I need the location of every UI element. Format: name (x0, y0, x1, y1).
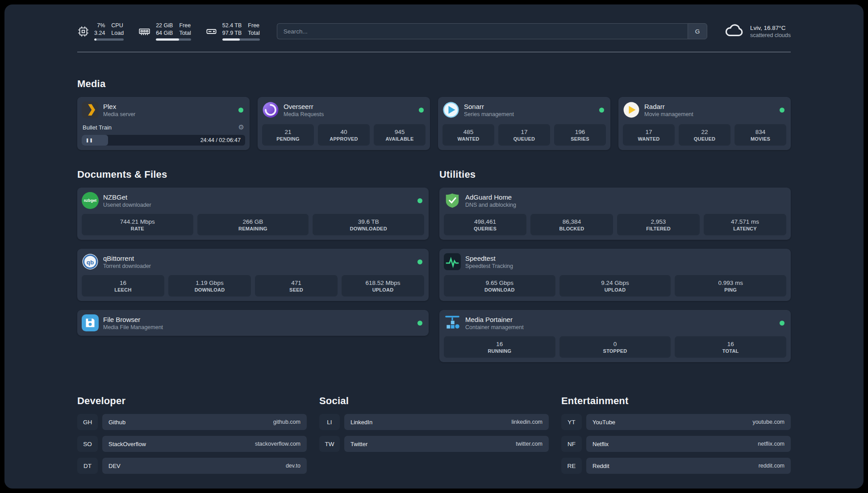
memory-progress (156, 38, 191, 41)
cpu-icon (77, 25, 89, 38)
bookmark-dev[interactable]: DT DEV dev.to (77, 458, 307, 474)
radarr-icon (623, 101, 640, 118)
service-name: Media Portainer (465, 316, 524, 323)
stat-queued: 22 QUEUED (679, 124, 730, 146)
adguard-shield-icon (444, 192, 461, 209)
stat-value: 498,461 (474, 218, 496, 225)
search-input[interactable] (277, 23, 688, 39)
service-name: Speedtest (465, 255, 513, 262)
bookmark-stackoverflow[interactable]: SO StackOverflow stackoverflow.com (77, 436, 307, 452)
stat-downloaded: 39.6 TB DOWNLOADED (313, 214, 424, 235)
section-utilities: Utilities AdGuard Home DNS and adblockin… (439, 169, 791, 362)
service-desc: Torrent downloader (103, 263, 151, 269)
stat-filtered: 2,953 FILTERED (617, 214, 700, 235)
resource-disk: 52.4 TB 97.9 TB Free Total (205, 22, 260, 41)
service-plex[interactable]: Plex Media server (82, 101, 245, 118)
resource-widgets: 7% 3.24 CPU Load (77, 22, 260, 41)
disk-stats: 52.4 TB 97.9 TB Free Total (222, 22, 260, 41)
bookmark-abbr: RE (561, 458, 582, 474)
stat-value: 39.6 TB (358, 218, 379, 225)
bookmark-name: LinkedIn (351, 419, 372, 426)
stat-rate: 744.21 Mbps RATE (82, 214, 193, 235)
qbittorrent-icon: qb (82, 253, 99, 270)
stat-approved: 40 APPROVED (318, 124, 370, 146)
gear-icon[interactable]: ⚙ (238, 123, 244, 131)
service-desc: Usenet downloader (103, 202, 151, 208)
bookmark-url: stackoverflow.com (255, 441, 300, 447)
stat-value: 0 (613, 341, 617, 347)
stat-label: AVAILABLE (385, 136, 413, 142)
stat-running: 16 RUNNING (444, 336, 555, 358)
weather-widget[interactable]: Lviv, 16.87°C scattered clouds (724, 23, 791, 40)
bookmark-github[interactable]: GH Github github.com (77, 414, 307, 430)
bookmark-abbr: GH (77, 414, 98, 430)
bookmark-name: DEV (108, 463, 121, 469)
stat-value: 196 (575, 129, 585, 135)
pause-icon[interactable]: ❚❚ (86, 138, 93, 142)
status-dot (419, 108, 424, 113)
bookmark-netflix[interactable]: NF Netflix netflix.com (561, 436, 791, 452)
player-progress-bar[interactable]: ❚❚ 24:44 / 02:06:47 (82, 135, 245, 146)
overseerr-icon (262, 101, 279, 118)
stat-label: UPLOAD (605, 287, 626, 292)
stat-movies: 834 MOVIES (734, 124, 786, 146)
section-title-entertainment: Entertainment (561, 395, 791, 407)
stat-value: 9.65 Gbps (486, 280, 513, 286)
now-playing-row: Bullet Train ⚙ (82, 123, 245, 131)
section-title-developer: Developer (77, 395, 307, 407)
service-sonarr[interactable]: Sonarr Series management (442, 101, 606, 118)
stat-value: 17 (645, 129, 652, 135)
card-portainer: Media Portainer Container management 16 … (439, 310, 791, 362)
disk-total-label: Total (248, 29, 259, 37)
bookmark-name: YouTube (593, 419, 615, 426)
cpu-progress (94, 38, 124, 41)
stat-label: REMAINING (238, 226, 267, 231)
stat-value: 9.24 Gbps (601, 280, 629, 286)
now-playing-title: Bullet Train (83, 124, 112, 131)
memory-stats: 22 GiB 64 GiB Free Total (156, 22, 191, 41)
service-name: Overseerr (284, 103, 324, 110)
disk-free-value: 52.4 TB (222, 22, 242, 29)
section-title-utilities: Utilities (439, 169, 791, 180)
stat-queries: 498,461 QUERIES (444, 214, 526, 235)
service-desc: Media File Management (103, 324, 163, 330)
section-developer: Developer GH Github github.com SO StackO… (77, 395, 307, 474)
stat-label: DOWNLOAD (195, 287, 225, 292)
stat-label: PENDING (276, 136, 300, 142)
service-desc: Movie management (644, 111, 693, 117)
service-name: AdGuard Home (465, 193, 516, 201)
bookmark-url: linkedin.com (512, 419, 542, 425)
cpu-stats: 7% 3.24 CPU Load (94, 22, 124, 41)
service-radarr[interactable]: Radarr Movie management (623, 101, 786, 118)
stat-seed: 471 SEED (255, 275, 338, 297)
bookmark-reddit[interactable]: RE Reddit reddit.com (561, 458, 791, 474)
service-filebrowser[interactable]: File Browser Media File Management (82, 314, 424, 331)
service-desc: Series management (464, 111, 514, 117)
bookmark-url: youtube.com (752, 419, 785, 425)
dashboard: 7% 3.24 CPU Load (4, 4, 864, 489)
search-provider-button[interactable]: G (688, 23, 707, 39)
service-qbittorrent[interactable]: qb qBittorrent Torrent downloader (82, 253, 424, 270)
service-portainer[interactable]: Media Portainer Container management (444, 314, 786, 331)
bookmark-youtube[interactable]: YT YouTube youtube.com (561, 414, 791, 430)
service-adguard[interactable]: AdGuard Home DNS and adblocking (444, 192, 786, 209)
service-name: qBittorrent (103, 255, 151, 262)
service-overseerr[interactable]: Overseerr Media Requests (262, 101, 426, 118)
bookmark-twitter[interactable]: TW Twitter twitter.com (319, 436, 549, 452)
bookmark-linkedin[interactable]: LI LinkedIn linkedin.com (319, 414, 549, 430)
stat-label: PING (724, 287, 737, 292)
bookmark-url: reddit.com (759, 463, 785, 469)
service-nzbget[interactable]: nzbget NZBGet Usenet downloader (82, 192, 424, 209)
service-speedtest[interactable]: Speedtest Speedtest Tracking (444, 253, 786, 270)
stat-leech: 16 LEECH (82, 275, 164, 297)
status-dot (780, 108, 785, 113)
card-speedtest: Speedtest Speedtest Tracking 9.65 Gbps D… (439, 249, 791, 301)
stat-label: UPLOAD (372, 287, 394, 292)
stat-value: 86,384 (563, 218, 581, 225)
search-bar: G (277, 23, 707, 39)
service-name: Plex (103, 103, 135, 110)
status-dot (417, 198, 422, 203)
svg-text:qb: qb (87, 259, 94, 266)
bookmark-url: netflix.com (758, 441, 785, 447)
cpu-load-label: Load (111, 29, 124, 37)
